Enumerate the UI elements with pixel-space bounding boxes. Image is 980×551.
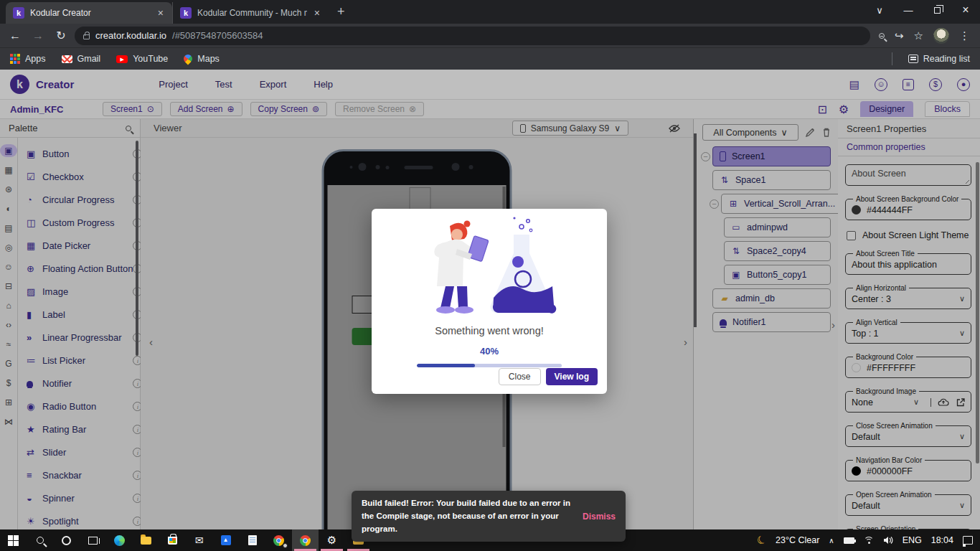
tab-close-icon[interactable]: ×: [156, 7, 165, 19]
forward-icon[interactable]: →: [29, 29, 47, 42]
tab-title: Kodular Community - Much more: [197, 8, 307, 18]
maps-pin-icon: [182, 53, 194, 65]
address-bar[interactable]: creator.kodular.io/#5087548705603584: [75, 27, 870, 45]
mail-icon[interactable]: ✉: [186, 529, 212, 551]
kodular-app: k Creator ProjectTestExportHelp ▤ ☺ ≡ $ …: [0, 70, 980, 529]
window-controls: ∨ — ×: [865, 0, 980, 20]
refresh-icon[interactable]: ↻: [52, 29, 70, 42]
browser-tabstrip: k Kodular Creator × k Kodular Community …: [0, 0, 980, 24]
bookmarks-divider: [892, 52, 892, 65]
tab-title: Kodular Creator: [30, 8, 151, 18]
language-indicator[interactable]: ENG: [903, 535, 922, 545]
progress-bar: [417, 364, 562, 367]
gmail-icon: [62, 55, 72, 63]
chrome-profile-icon[interactable]: [265, 529, 292, 551]
reading-list-button[interactable]: Reading list: [908, 54, 970, 64]
action-center-icon[interactable]: [963, 536, 973, 545]
notepad-icon[interactable]: [239, 529, 265, 551]
modal-title: Something went wrong!: [435, 325, 544, 336]
reading-list-icon: [908, 55, 918, 63]
bookmark-label: Apps: [25, 54, 46, 64]
settings-app-icon[interactable]: ⚙: [319, 529, 345, 551]
progress-fill: [417, 364, 475, 367]
close-window-button[interactable]: ×: [951, 0, 980, 20]
url-host: creator.kodular.io: [95, 30, 166, 41]
close-button[interactable]: Close: [499, 368, 541, 385]
view-log-button[interactable]: View log: [546, 368, 598, 385]
back-icon[interactable]: ←: [6, 29, 24, 42]
build-failed-toast: Build failed! Error: Your build failed d…: [352, 491, 626, 542]
battery-icon[interactable]: [844, 537, 854, 544]
bookmark-label: Gmail: [77, 54, 101, 64]
tray-expand-icon[interactable]: ∧: [829, 537, 834, 545]
menu-kebab-icon[interactable]: ⋮: [959, 29, 970, 42]
toast-message: Build failed! Error: Your build failed d…: [362, 497, 574, 535]
bookmarks-bar: Apps Gmail ▶ YouTube Maps Reading list: [0, 47, 980, 70]
apps-grid-icon: [10, 54, 20, 64]
share-icon[interactable]: ↪: [895, 29, 904, 42]
url-fragment: /#5087548705603584: [172, 30, 263, 41]
profile-avatar[interactable]: [933, 28, 949, 44]
bookmark-label: Maps: [197, 54, 220, 64]
weather-text[interactable]: 23°C Clear: [776, 535, 819, 545]
edge-icon[interactable]: [106, 529, 133, 551]
restore-button[interactable]: [923, 0, 951, 20]
start-button[interactable]: [0, 529, 27, 551]
zoom-icon[interactable]: [879, 33, 885, 39]
bookmark-gmail[interactable]: Gmail: [62, 54, 101, 64]
weather-moon-icon: ☾: [754, 532, 768, 548]
bookmark-maps[interactable]: Maps: [184, 54, 220, 64]
bookmark-youtube[interactable]: ▶ YouTube: [116, 54, 168, 64]
wifi-icon[interactable]: [864, 537, 874, 545]
progress-percent: 40%: [480, 346, 499, 357]
file-explorer-icon[interactable]: [133, 529, 159, 551]
volume-icon[interactable]: [883, 536, 893, 545]
dismiss-button[interactable]: Dismiss: [583, 512, 616, 522]
bookmark-star-icon[interactable]: ☆: [914, 29, 923, 42]
reading-list-label: Reading list: [923, 54, 970, 64]
kodular-favicon: k: [180, 7, 192, 19]
photos-icon[interactable]: ▲: [212, 529, 239, 551]
minimize-button[interactable]: —: [894, 0, 923, 20]
lock-icon: [83, 34, 90, 39]
tab-kodular-creator[interactable]: k Kodular Creator ×: [6, 2, 172, 24]
browser-toolbar: ← → ↻ creator.kodular.io/#50875487056035…: [0, 24, 980, 47]
screen: k Kodular Creator × k Kodular Community …: [0, 0, 980, 551]
tab-search-icon[interactable]: ∨: [865, 0, 894, 20]
task-view-icon[interactable]: [80, 529, 106, 551]
toolbar-icons: ↪ ☆ ⋮: [875, 28, 974, 44]
youtube-icon: ▶: [116, 55, 128, 63]
bookmark-apps[interactable]: Apps: [10, 54, 46, 64]
new-tab-button[interactable]: +: [337, 4, 345, 19]
taskbar-search-icon[interactable]: [27, 529, 53, 551]
tab-kodular-community[interactable]: k Kodular Community - Much more ×: [172, 2, 329, 24]
clock[interactable]: 18:04: [931, 535, 953, 545]
kodular-favicon: k: [13, 7, 24, 19]
ms-store-icon[interactable]: [159, 529, 186, 551]
bookmark-label: YouTube: [133, 54, 168, 64]
chrome-active-icon[interactable]: [292, 529, 319, 551]
tab-close-icon[interactable]: ×: [313, 7, 321, 19]
cortana-icon[interactable]: [53, 529, 80, 551]
build-error-dialog: Something went wrong! 40% Close View log: [372, 209, 607, 394]
error-illustration: [414, 215, 565, 322]
